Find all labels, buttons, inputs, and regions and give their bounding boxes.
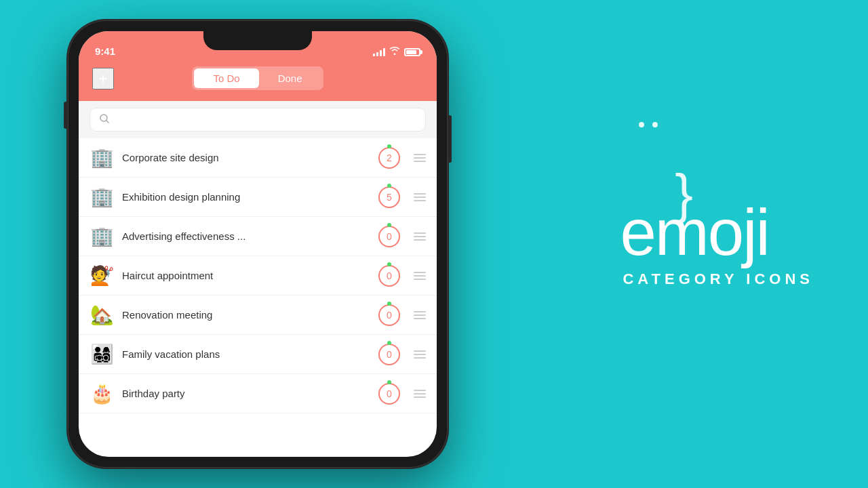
item-emoji-3: 💇 — [90, 264, 114, 287]
drag-handle-0[interactable] — [414, 154, 426, 162]
tab-todo[interactable]: To Do — [194, 68, 258, 88]
item-title-6: Birthday party — [122, 388, 370, 399]
list-item[interactable]: 🎂 Birthday party 0 — [79, 374, 437, 413]
todo-list: 🏢 Corporate site design 2 🏢 Exhibition d… — [79, 138, 437, 413]
svg-line-1 — [106, 121, 108, 123]
brand-title: emoji — [620, 200, 814, 265]
status-icons — [373, 47, 420, 57]
phone-screen: 9:41 — [79, 31, 437, 457]
item-count-1: 5 — [378, 186, 400, 208]
item-emoji-1: 🏢 — [90, 186, 114, 208]
list-item[interactable]: 💇 Haircut appointment 0 — [79, 256, 437, 296]
decorative-dots — [639, 122, 658, 127]
item-emoji-6: 🎂 — [90, 382, 114, 405]
item-count-4: 0 — [378, 304, 400, 326]
phone-device: 9:41 — [68, 20, 448, 468]
item-count-0: 2 — [378, 147, 400, 169]
drag-handle-5[interactable] — [414, 350, 426, 359]
list-item[interactable]: 🏡 Renovation meeting 0 — [79, 296, 437, 335]
right-panel: emoji CATEGORY ICONS — [620, 200, 814, 288]
wifi-icon — [389, 47, 400, 57]
item-title-5: Family vacation plans — [122, 348, 370, 360]
item-emoji-5: 👨‍👩‍👧‍👦 — [90, 343, 114, 365]
list-item[interactable]: 🏢 Exhibition design planning 5 — [79, 178, 437, 217]
search-container — [79, 101, 437, 138]
app-header: + To Do Done — [79, 61, 437, 101]
search-icon — [100, 114, 109, 125]
brand-subtitle: CATEGORY ICONS — [620, 270, 814, 288]
item-title-0: Corporate site design — [122, 152, 370, 163]
item-count-2: 0 — [378, 226, 400, 247]
drag-handle-3[interactable] — [414, 272, 426, 280]
phone-notch — [203, 31, 312, 50]
list-item[interactable]: 👨‍👩‍👧‍👦 Family vacation plans 0 — [79, 335, 437, 374]
phone-body: 9:41 — [68, 20, 448, 468]
search-bar[interactable] — [90, 108, 426, 131]
item-emoji-0: 🏢 — [90, 146, 114, 169]
list-item[interactable]: 🏢 Advertising effectiveness ... 0 — [79, 217, 437, 256]
item-title-2: Advertising effectiveness ... — [122, 230, 370, 242]
list-item[interactable]: 🏢 Corporate site design 2 — [79, 138, 437, 178]
drag-handle-2[interactable] — [414, 232, 426, 241]
drag-handle-4[interactable] — [414, 311, 426, 319]
signal-icon — [373, 48, 385, 56]
drag-handle-6[interactable] — [414, 390, 426, 398]
item-count-3: 0 — [378, 265, 400, 287]
status-time: 9:41 — [95, 45, 115, 57]
item-count-6: 0 — [378, 383, 400, 405]
add-button[interactable]: + — [92, 68, 114, 89]
item-title-1: Exhibition design planning — [122, 191, 370, 203]
tab-switcher: To Do Done — [192, 66, 323, 90]
item-title-3: Haircut appointment — [122, 270, 370, 281]
battery-icon — [404, 48, 420, 56]
drag-handle-1[interactable] — [414, 193, 426, 201]
item-emoji-2: 🏢 — [90, 225, 114, 247]
item-count-5: 0 — [378, 344, 400, 365]
item-title-4: Renovation meeting — [122, 309, 370, 321]
item-emoji-4: 🏡 — [90, 304, 114, 326]
tab-done[interactable]: Done — [259, 68, 321, 88]
